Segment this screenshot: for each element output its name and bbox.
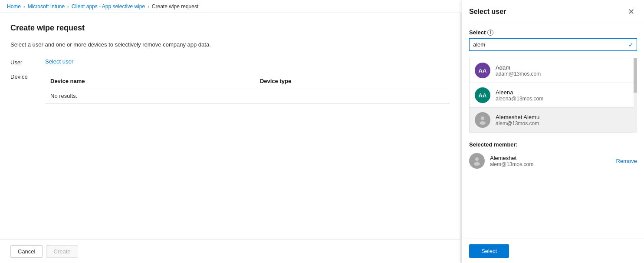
- user-label: User: [10, 58, 45, 66]
- user-email: aleena@13mos.com: [496, 96, 631, 102]
- scroll-track: [634, 58, 637, 133]
- breadcrumb-home[interactable]: Home: [7, 3, 21, 10]
- user-value: Select user: [45, 58, 450, 65]
- select-button[interactable]: Select: [469, 244, 509, 258]
- breadcrumb-intune[interactable]: Microsoft Intune: [28, 3, 65, 10]
- cancel-button[interactable]: Cancel: [10, 245, 43, 258]
- list-item[interactable]: AA Adam adam@13mos.com: [470, 58, 637, 83]
- svg-point-3: [474, 162, 480, 166]
- panel-footer: Select: [462, 239, 644, 263]
- user-email: alem@13mos.com: [496, 120, 631, 127]
- col-device-name: Device name: [45, 74, 255, 88]
- select-user-link[interactable]: Select user: [45, 58, 73, 65]
- user-info: Alemeshet Alemu alem@13mos.com: [496, 114, 631, 127]
- info-icon: i: [487, 30, 493, 36]
- selected-member-label: Selected member:: [469, 141, 637, 148]
- user-row: User Select user: [10, 58, 450, 66]
- svg-point-2: [475, 157, 479, 161]
- selected-user-email: alem@13mos.com: [490, 161, 611, 167]
- avatar: [475, 112, 490, 128]
- list-item[interactable]: AA Aleena aleena@13mos.com: [470, 83, 637, 108]
- table-row: No results.: [45, 88, 450, 104]
- user-info: Adam adam@13mos.com: [496, 64, 631, 77]
- create-button: Create: [46, 245, 78, 258]
- scroll-thumb[interactable]: [634, 58, 637, 93]
- user-name: Alemeshet Alemu: [496, 114, 631, 120]
- search-input[interactable]: [469, 38, 637, 51]
- main-content: Create wipe request Select a user and on…: [0, 13, 460, 263]
- user-name: Adam: [496, 64, 631, 71]
- svg-point-0: [481, 117, 484, 120]
- user-info: Aleena aleena@13mos.com: [496, 89, 631, 102]
- user-name: Aleena: [496, 89, 631, 96]
- svg-point-1: [480, 121, 486, 125]
- select-field-label: Select i: [469, 29, 637, 36]
- footer-bar: Cancel Create: [0, 240, 460, 263]
- selected-user-name: Alemeshet: [490, 155, 611, 161]
- page-description: Select a user and one or more devices to…: [10, 41, 450, 48]
- search-wrapper: ✓: [469, 38, 637, 51]
- breadcrumb-sep-3: ›: [148, 4, 149, 9]
- remove-button[interactable]: Remove: [616, 158, 637, 164]
- selected-member-section: Selected member: Alemeshet alem@13mos.co…: [469, 141, 637, 169]
- panel-title: Select user: [469, 8, 506, 16]
- user-list: AA Adam adam@13mos.com AA Aleena aleena@…: [469, 58, 637, 133]
- search-check-icon: ✓: [628, 41, 634, 48]
- device-table-container: Device name Device type No results.: [45, 73, 450, 104]
- avatar: AA: [475, 87, 490, 103]
- page-title: Create wipe request: [10, 23, 450, 33]
- right-panel: Select user ✕ Select i ✓ AA Adam: [462, 0, 644, 263]
- selected-user-row: Alemeshet alem@13mos.com Remove: [469, 153, 637, 169]
- selected-user-info: Alemeshet alem@13mos.com: [490, 155, 611, 167]
- user-list-scroll-area: AA Adam adam@13mos.com AA Aleena aleena@…: [469, 58, 637, 133]
- panel-body: Select i ✓ AA Adam adam@13mos.com: [462, 22, 644, 239]
- col-device-type: Device type: [255, 74, 450, 88]
- no-results: No results.: [45, 88, 450, 104]
- device-row: Device Device name Device type No result…: [10, 73, 450, 104]
- breadcrumb-client-apps[interactable]: Client apps - App selective wipe: [72, 3, 145, 10]
- avatar: AA: [475, 63, 490, 78]
- close-panel-button[interactable]: ✕: [625, 6, 637, 17]
- user-email: adam@13mos.com: [496, 71, 631, 77]
- breadcrumb-sep-1: ›: [23, 4, 25, 9]
- panel-header: Select user ✕: [462, 0, 644, 22]
- device-label: Device: [10, 73, 45, 80]
- list-item[interactable]: Alemeshet Alemu alem@13mos.com: [470, 108, 637, 132]
- page-body: Create wipe request Select a user and on…: [0, 13, 460, 240]
- breadcrumb-current: Create wipe request: [152, 3, 198, 10]
- breadcrumb-sep-2: ›: [67, 4, 69, 9]
- selected-avatar: [469, 153, 485, 169]
- device-table: Device name Device type No results.: [45, 74, 450, 104]
